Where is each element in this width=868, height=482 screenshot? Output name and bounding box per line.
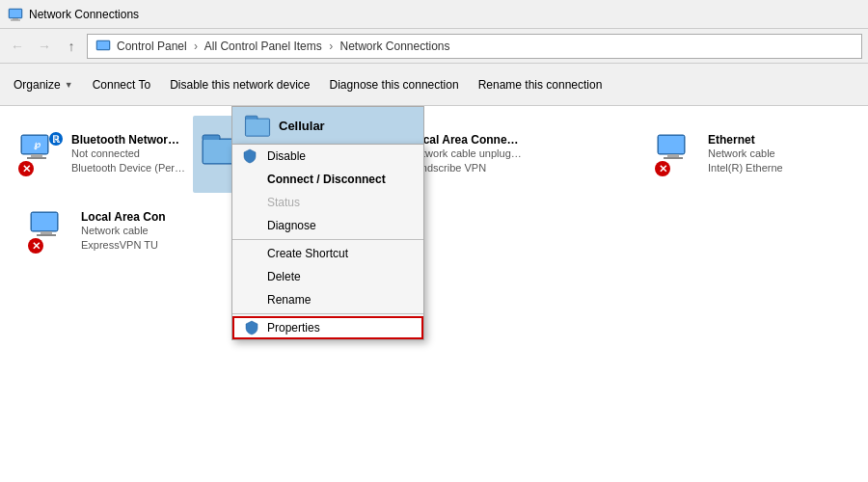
rename-button[interactable]: Rename this connection [469,67,612,102]
ethernet-item-info: Ethernet Network cable Intel(R) Etherne [708,133,822,176]
local-area2-icon-wrap: ✕ [27,208,73,254]
svg-rect-8 [31,154,42,157]
properties-label: Properties [267,321,320,335]
local-area-item-detail2: Windscribe VPN [409,161,523,175]
connect-disconnect-label: Connect / Disconnect [267,173,386,186]
svg-rect-27 [664,157,683,159]
context-menu-connect-disconnect[interactable]: Connect / Disconnect [232,168,423,191]
organize-button[interactable]: Organize ▼ [4,67,83,102]
bluetooth-x-icon: ✕ [17,160,35,177]
context-menu-create-shortcut[interactable]: Create Shortcut [232,242,423,265]
shield-icon-properties [244,320,259,335]
svg-rect-33 [37,234,56,236]
context-separator-1 [232,239,423,240]
context-menu: Disable Connect / Disconnect Status Diag… [231,144,424,340]
svg-rect-25 [659,136,684,153]
ethernet-item-name: Ethernet [708,133,822,147]
ethernet-item-detail2: Intel(R) Etherne [708,161,822,175]
breadcrumb: Control Panel › All Control Panel Items … [117,40,450,53]
context-menu-rename[interactable]: Rename [232,288,423,311]
context-separator-2 [232,313,423,314]
context-menu-container: Cellular Disable Connect / Disconnect St… [231,106,424,340]
context-header-folder-icon [244,113,271,138]
ethernet-item-detail1: Network cable [708,147,822,161]
svg-rect-9 [27,157,46,159]
svg-text:✕: ✕ [32,240,41,252]
local-area2-item-detail2: ExpressVPN TU [81,238,195,253]
local-area-item-detail1: Network cable unplugged [409,147,523,161]
address-field[interactable]: Control Panel › All Control Panel Items … [87,34,862,59]
create-shortcut-label: Create Shortcut [267,247,348,260]
status-label: Status [267,196,300,209]
up-button[interactable]: ↑ [60,35,83,58]
svg-rect-38 [246,120,269,136]
svg-rect-3 [11,19,20,20]
title-bar-icon [8,7,23,22]
svg-rect-26 [667,154,679,157]
svg-rect-2 [13,18,18,20]
address-icon [95,39,111,54]
ethernet-connection-item[interactable]: ✕ Ethernet Network cable Intel(R) Ethern… [646,116,829,193]
svg-rect-31 [32,213,57,230]
organize-chevron: ▼ [65,80,73,90]
local-area-item-name: Local Area Connection [409,133,523,147]
diagnose-button[interactable]: Diagnose this connection [320,67,469,102]
local-area2-item-name: Local Area Con [81,210,195,224]
title-bar-text: Network Connections [29,8,139,21]
rename-label: Rename [267,293,311,307]
bluetooth-connection-item[interactable]: ℘ ✕ ℝ Bluetooth Network Connection Not c… [10,116,193,193]
context-menu-diagnose[interactable]: Diagnose [232,214,423,237]
context-menu-disable[interactable]: Disable [232,145,423,168]
local-area2-item-detail1: Network cable [81,224,195,238]
shield-icon-disable [242,148,258,164]
title-bar: Network Connections [0,0,868,29]
svg-rect-1 [10,10,21,17]
svg-rect-5 [97,41,109,49]
svg-text:ℝ: ℝ [52,134,61,145]
forward-button[interactable]: → [33,35,56,58]
bluetooth-item-detail1: Not connected [71,147,185,161]
ethernet-x-icon: ✕ [654,160,671,177]
bluetooth-item-info: Bluetooth Network Connection Not connect… [71,133,185,176]
context-menu-status[interactable]: Status [232,191,423,214]
address-bar: ← → ↑ Control Panel › All Control Panel … [0,29,868,64]
back-button[interactable]: ← [6,35,29,58]
diagnose-label: Diagnose [267,219,316,232]
bluetooth-item-name: Bluetooth Network Connection [71,133,185,147]
delete-label: Delete [267,270,301,283]
context-menu-header: Cellular [231,106,424,144]
context-menu-header-text: Cellular [279,119,325,133]
svg-text:℘: ℘ [34,139,41,150]
local-area-connection2-item[interactable]: ✕ Local Area Con Network cable ExpressVP… [19,193,203,270]
local-area-item-info: Local Area Connection Network cable unpl… [409,133,523,176]
local-area2-x-icon: ✕ [27,237,44,254]
toolbar: Organize ▼ Connect To Disable this netwo… [0,64,868,106]
bluetooth-badge-icon: ℝ [48,131,64,147]
disable-device-button[interactable]: Disable this network device [160,67,319,102]
disable-label: Disable [267,149,306,163]
svg-text:✕: ✕ [22,163,31,174]
bluetooth-icon-wrap: ℘ ✕ ℝ [17,131,64,177]
connect-to-button[interactable]: Connect To [83,67,161,102]
svg-text:✕: ✕ [659,163,667,174]
local-area2-item-info: Local Area Con Network cable ExpressVPN … [81,210,195,254]
context-menu-properties[interactable]: Properties [232,316,423,339]
ethernet-icon-wrap: ✕ [654,131,700,177]
main-content: ℘ ✕ ℝ Bluetooth Network Connection Not c… [0,106,868,482]
context-menu-delete[interactable]: Delete [232,265,423,288]
svg-rect-32 [41,231,52,234]
bluetooth-item-detail2: Bluetooth Device (Personal Area ... [71,161,185,175]
